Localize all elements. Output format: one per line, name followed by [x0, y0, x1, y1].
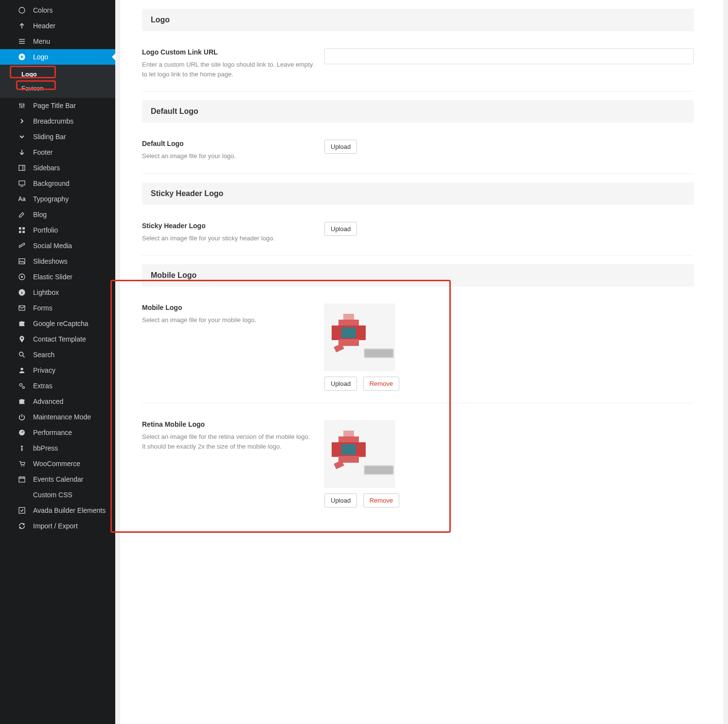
- sidebar-item-events-calendar[interactable]: Events Calendar: [0, 471, 115, 487]
- svg-rect-9: [22, 227, 25, 230]
- remove-button[interactable]: Remove: [363, 493, 399, 507]
- power-icon: [18, 413, 26, 421]
- sidebar-item-footer[interactable]: Footer: [0, 145, 115, 160]
- sidebar-item-google-recaptcha[interactable]: Google reCaptcha: [0, 316, 115, 331]
- svg-point-25: [23, 466, 24, 467]
- calendar-icon: [18, 475, 26, 483]
- field-retina-mobile-logo: Retina Mobile Logo Select an image file …: [142, 403, 694, 520]
- main-content: Logo Logo Custom Link URL Enter a custom…: [120, 0, 723, 724]
- sidebar-item-colors[interactable]: Colors: [0, 2, 115, 18]
- sidebar-item-label: Typography: [33, 195, 69, 203]
- sidebar-item-advanced[interactable]: Advanced: [0, 394, 115, 409]
- upload-button[interactable]: Upload: [324, 222, 357, 236]
- sidebar-item-label: Search: [33, 351, 54, 359]
- sidebar-item-label: Colors: [33, 6, 53, 14]
- sidebar-item-label: Breadcrumbs: [33, 117, 73, 125]
- info-icon: [18, 289, 26, 296]
- sidebar-item-privacy[interactable]: Privacy: [0, 362, 115, 378]
- mobile-logo-preview: [324, 304, 395, 371]
- sidebar-subgroup-logo: Logo Favicon: [0, 65, 115, 98]
- sidebar-item-label: Performance: [33, 429, 72, 436]
- sidebar-item-slideshows[interactable]: Slideshows: [0, 253, 115, 269]
- arrow-up-icon: [18, 22, 26, 30]
- edit-icon: [18, 211, 26, 218]
- section-header-sticky-logo: Sticky Header Logo: [142, 182, 694, 205]
- sidebar-item-custom-css[interactable]: cssCustom CSS: [0, 487, 115, 503]
- sidebar-item-logo[interactable]: Logo: [0, 49, 115, 65]
- sidebar-item-avada-builder-elements[interactable]: Avada Builder Elements: [0, 503, 115, 518]
- sidebar-item-label: Google reCaptcha: [33, 320, 89, 327]
- sidebar-item-breadcrumbs[interactable]: Breadcrumbs: [0, 113, 115, 129]
- sidebar-item-performance[interactable]: Performance: [0, 425, 115, 440]
- field-mobile-logo: Mobile Logo Select an image file for you…: [142, 287, 694, 403]
- location-icon: [18, 335, 26, 343]
- upload-button[interactable]: Upload: [324, 377, 357, 391]
- upload-button[interactable]: Upload: [324, 493, 357, 507]
- sidebar-item-blog[interactable]: Blog: [0, 207, 115, 222]
- sidebar-item-label: Lightbox: [33, 289, 59, 296]
- field-title: Default Logo: [142, 140, 315, 147]
- remove-button[interactable]: Remove: [363, 377, 399, 391]
- menu-icon: [18, 37, 26, 45]
- sidebar-item-header[interactable]: Header: [0, 18, 115, 34]
- field-title: Logo Custom Link URL: [142, 48, 315, 56]
- sidebar-item-label: Slideshows: [33, 257, 68, 265]
- sidebar-item-import-/-export[interactable]: Import / Export: [0, 518, 115, 534]
- retina-mobile-logo-preview: [324, 420, 395, 488]
- sidebar-item-label: Portfolio: [33, 226, 58, 234]
- sidebar-sub-favicon[interactable]: Favicon: [0, 81, 115, 95]
- field-desc: Select an image file for your sticky hea…: [142, 234, 315, 243]
- puzzle-icon: [18, 320, 26, 327]
- svg-rect-7: [19, 181, 25, 185]
- field-logo-url: Logo Custom Link URL Enter a custom URL …: [142, 31, 694, 91]
- sidebar-item-sidebars[interactable]: Sidebars: [0, 160, 115, 176]
- sliders-icon: [18, 102, 26, 109]
- field-desc: Select an image file for your mobile log…: [142, 315, 315, 325]
- sidebar-item-search[interactable]: Search: [0, 347, 115, 362]
- sidebar-item-label: Footer: [33, 148, 53, 156]
- sidebar-item-elastic-slider[interactable]: Elastic Slider: [0, 269, 115, 285]
- svg-point-19: [20, 368, 23, 370]
- sidebar-item-extras[interactable]: Extras: [0, 378, 115, 394]
- sidebar-item-typography[interactable]: AaTypography: [0, 191, 115, 207]
- svg-point-23: [21, 446, 23, 448]
- sidebar-item-label: Advanced: [33, 398, 63, 405]
- sidebar-item-social-media[interactable]: Social Media: [0, 238, 115, 253]
- sidebar-item-forms[interactable]: Forms: [0, 300, 115, 316]
- svg-point-4: [23, 104, 25, 106]
- svg-point-20: [19, 383, 22, 386]
- upload-button[interactable]: Upload: [324, 140, 357, 154]
- svg-rect-5: [19, 165, 25, 171]
- sidebar-item-label: Social Media: [33, 242, 72, 250]
- arrow-down-icon: [18, 148, 26, 156]
- image-icon: [18, 257, 26, 265]
- sidebar-item-label: Header: [33, 22, 55, 30]
- svg-point-2: [19, 104, 21, 105]
- sidebar-item-contact-template[interactable]: Contact Template: [0, 331, 115, 347]
- sidebar-sub-logo[interactable]: Logo: [0, 67, 115, 81]
- field-title: Mobile Logo: [142, 304, 315, 311]
- svg-point-3: [21, 106, 23, 108]
- sidebar-item-label: Events Calendar: [33, 475, 84, 483]
- sidebar-item-background[interactable]: Background: [0, 176, 115, 191]
- sidebar-item-bbpress[interactable]: bbPress: [0, 440, 115, 456]
- field-desc: Select an image file for the retina vers…: [142, 432, 315, 451]
- sidebar-item-woocommerce[interactable]: WooCommerce: [0, 456, 115, 471]
- grid-icon: [18, 226, 26, 234]
- sidebar-item-lightbox[interactable]: Lightbox: [0, 285, 115, 300]
- sidebar-item-label: Import / Export: [33, 522, 78, 530]
- chevron-down-icon: [18, 133, 26, 141]
- svg-rect-8: [19, 227, 21, 230]
- logo-url-input[interactable]: [324, 48, 694, 64]
- sidebar-item-maintenance-mode[interactable]: Maintenance Mode: [0, 409, 115, 425]
- field-title: Sticky Header Logo: [142, 222, 315, 230]
- mail-icon: [18, 304, 26, 312]
- field-desc: Select an image file for your logo.: [142, 151, 315, 161]
- sidebar-item-sliding-bar[interactable]: Sliding Bar: [0, 129, 115, 145]
- layout-icon: [18, 164, 26, 172]
- check-square-icon: [18, 507, 26, 514]
- sidebar-item-menu[interactable]: Menu: [0, 34, 115, 49]
- sidebar-item-page-title-bar[interactable]: Page Title Bar: [0, 98, 115, 113]
- sidebar-item-label: Extras: [33, 382, 53, 390]
- sidebar-item-portfolio[interactable]: Portfolio: [0, 222, 115, 238]
